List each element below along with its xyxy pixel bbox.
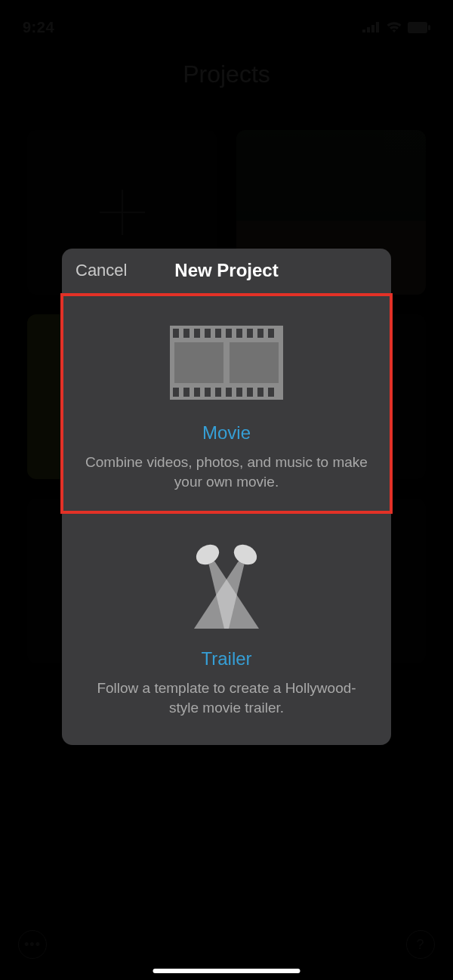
svg-rect-19 bbox=[173, 388, 179, 397]
movie-option-label: Movie bbox=[85, 422, 368, 444]
svg-rect-17 bbox=[257, 329, 263, 338]
trailer-option-label: Trailer bbox=[85, 648, 368, 669]
svg-rect-30 bbox=[230, 342, 279, 383]
spotlights-icon bbox=[85, 539, 368, 638]
svg-rect-16 bbox=[247, 329, 253, 338]
svg-rect-13 bbox=[215, 329, 221, 338]
svg-rect-11 bbox=[194, 329, 200, 338]
svg-rect-20 bbox=[183, 388, 190, 397]
svg-rect-14 bbox=[226, 329, 232, 338]
trailer-option-desc: Follow a template to create a Hollywood-… bbox=[85, 679, 368, 717]
svg-rect-21 bbox=[194, 388, 200, 397]
svg-rect-23 bbox=[215, 388, 221, 397]
film-icon bbox=[85, 314, 368, 412]
sheet-header: Cancel New Project bbox=[62, 249, 391, 292]
svg-rect-12 bbox=[205, 329, 211, 338]
svg-rect-10 bbox=[183, 329, 190, 338]
svg-rect-25 bbox=[236, 388, 242, 397]
svg-rect-22 bbox=[205, 388, 211, 397]
svg-rect-28 bbox=[268, 388, 274, 397]
svg-rect-27 bbox=[257, 388, 263, 397]
svg-rect-26 bbox=[247, 388, 253, 397]
trailer-option[interactable]: Trailer Follow a template to create a Ho… bbox=[62, 518, 391, 744]
new-project-sheet: Cancel New Project Movie Combine videos,… bbox=[62, 249, 391, 745]
svg-rect-18 bbox=[268, 329, 274, 338]
home-indicator[interactable] bbox=[153, 969, 300, 973]
svg-point-34 bbox=[230, 541, 260, 569]
movie-option[interactable]: Movie Combine videos, photos, and music … bbox=[62, 292, 391, 518]
movie-option-desc: Combine videos, photos, and music to mak… bbox=[85, 453, 368, 491]
svg-point-33 bbox=[193, 541, 223, 569]
svg-rect-15 bbox=[236, 329, 242, 338]
cancel-button[interactable]: Cancel bbox=[76, 261, 127, 280]
svg-rect-24 bbox=[226, 388, 232, 397]
svg-rect-9 bbox=[173, 329, 179, 338]
sheet-title: New Project bbox=[174, 260, 278, 281]
svg-rect-29 bbox=[174, 342, 223, 383]
